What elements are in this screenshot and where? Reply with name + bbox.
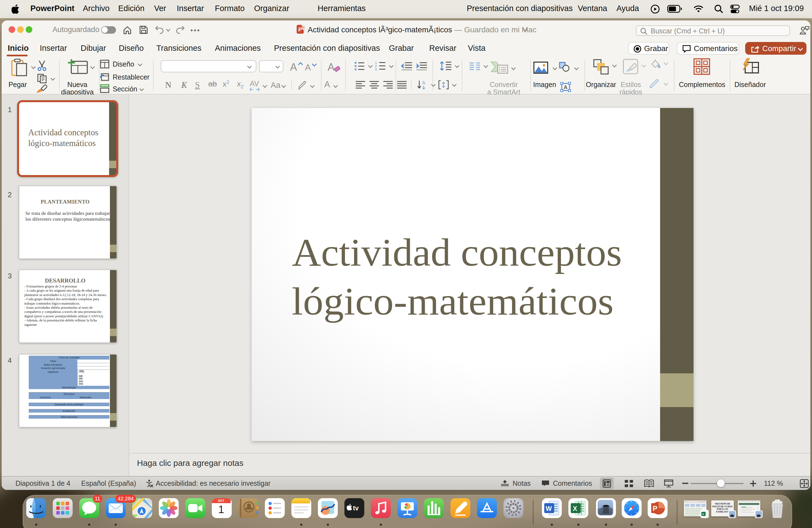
- svg-text:1: 1: [375, 61, 377, 64]
- svg-text:2: 2: [375, 64, 377, 68]
- svg-text:A: A: [564, 84, 568, 90]
- svg-text:3: 3: [375, 68, 377, 71]
- svg-text:P: P: [653, 504, 657, 512]
- svg-text:A: A: [422, 80, 425, 86]
- svg-text:tv: tv: [353, 504, 359, 512]
- svg-text:W: W: [546, 505, 552, 512]
- svg-text:X: X: [702, 513, 704, 516]
- svg-text:P: P: [298, 27, 302, 33]
- svg-text:X: X: [573, 505, 577, 512]
